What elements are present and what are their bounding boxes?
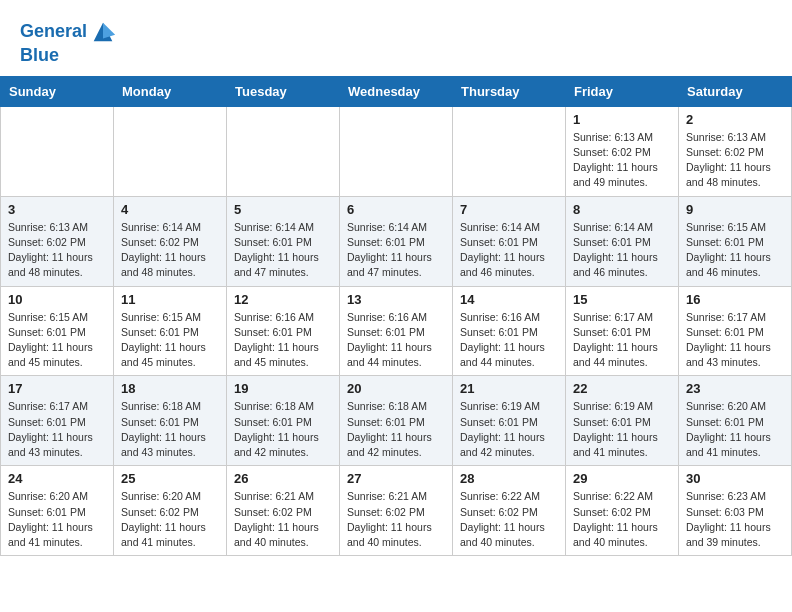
calendar-table: SundayMondayTuesdayWednesdayThursdayFrid… <box>0 76 792 556</box>
calendar-cell <box>114 106 227 196</box>
day-info: Sunrise: 6:14 AMSunset: 6:01 PMDaylight:… <box>460 220 558 281</box>
calendar-cell: 26Sunrise: 6:21 AMSunset: 6:02 PMDayligh… <box>227 466 340 556</box>
day-number: 22 <box>573 381 671 396</box>
calendar-cell: 18Sunrise: 6:18 AMSunset: 6:01 PMDayligh… <box>114 376 227 466</box>
calendar-week-2: 10Sunrise: 6:15 AMSunset: 6:01 PMDayligh… <box>1 286 792 376</box>
day-info: Sunrise: 6:16 AMSunset: 6:01 PMDaylight:… <box>234 310 332 371</box>
calendar-cell: 2Sunrise: 6:13 AMSunset: 6:02 PMDaylight… <box>679 106 792 196</box>
calendar-cell: 17Sunrise: 6:17 AMSunset: 6:01 PMDayligh… <box>1 376 114 466</box>
day-info: Sunrise: 6:13 AMSunset: 6:02 PMDaylight:… <box>8 220 106 281</box>
day-info: Sunrise: 6:13 AMSunset: 6:02 PMDaylight:… <box>686 130 784 191</box>
calendar-cell: 21Sunrise: 6:19 AMSunset: 6:01 PMDayligh… <box>453 376 566 466</box>
day-number: 14 <box>460 292 558 307</box>
day-number: 24 <box>8 471 106 486</box>
calendar-cell: 16Sunrise: 6:17 AMSunset: 6:01 PMDayligh… <box>679 286 792 376</box>
day-info: Sunrise: 6:20 AMSunset: 6:02 PMDaylight:… <box>121 489 219 550</box>
calendar-cell <box>227 106 340 196</box>
day-number: 7 <box>460 202 558 217</box>
calendar-cell <box>453 106 566 196</box>
day-info: Sunrise: 6:18 AMSunset: 6:01 PMDaylight:… <box>121 399 219 460</box>
logo-text: General <box>20 18 117 46</box>
day-number: 6 <box>347 202 445 217</box>
calendar-cell: 11Sunrise: 6:15 AMSunset: 6:01 PMDayligh… <box>114 286 227 376</box>
weekday-header-thursday: Thursday <box>453 76 566 106</box>
day-info: Sunrise: 6:23 AMSunset: 6:03 PMDaylight:… <box>686 489 784 550</box>
day-number: 19 <box>234 381 332 396</box>
calendar-week-1: 3Sunrise: 6:13 AMSunset: 6:02 PMDaylight… <box>1 196 792 286</box>
day-number: 9 <box>686 202 784 217</box>
day-info: Sunrise: 6:13 AMSunset: 6:02 PMDaylight:… <box>573 130 671 191</box>
day-number: 11 <box>121 292 219 307</box>
calendar-cell <box>340 106 453 196</box>
calendar-cell <box>1 106 114 196</box>
day-info: Sunrise: 6:18 AMSunset: 6:01 PMDaylight:… <box>347 399 445 460</box>
calendar-cell: 5Sunrise: 6:14 AMSunset: 6:01 PMDaylight… <box>227 196 340 286</box>
calendar-cell: 14Sunrise: 6:16 AMSunset: 6:01 PMDayligh… <box>453 286 566 376</box>
calendar-cell: 7Sunrise: 6:14 AMSunset: 6:01 PMDaylight… <box>453 196 566 286</box>
calendar-week-3: 17Sunrise: 6:17 AMSunset: 6:01 PMDayligh… <box>1 376 792 466</box>
calendar-cell: 1Sunrise: 6:13 AMSunset: 6:02 PMDaylight… <box>566 106 679 196</box>
calendar-cell: 20Sunrise: 6:18 AMSunset: 6:01 PMDayligh… <box>340 376 453 466</box>
day-number: 10 <box>8 292 106 307</box>
day-number: 25 <box>121 471 219 486</box>
day-info: Sunrise: 6:16 AMSunset: 6:01 PMDaylight:… <box>460 310 558 371</box>
day-info: Sunrise: 6:14 AMSunset: 6:02 PMDaylight:… <box>121 220 219 281</box>
calendar-cell: 12Sunrise: 6:16 AMSunset: 6:01 PMDayligh… <box>227 286 340 376</box>
page-header: General Blue <box>0 0 792 76</box>
calendar-cell: 15Sunrise: 6:17 AMSunset: 6:01 PMDayligh… <box>566 286 679 376</box>
day-info: Sunrise: 6:15 AMSunset: 6:01 PMDaylight:… <box>686 220 784 281</box>
calendar-cell: 3Sunrise: 6:13 AMSunset: 6:02 PMDaylight… <box>1 196 114 286</box>
weekday-header-saturday: Saturday <box>679 76 792 106</box>
calendar-cell: 25Sunrise: 6:20 AMSunset: 6:02 PMDayligh… <box>114 466 227 556</box>
calendar-cell: 4Sunrise: 6:14 AMSunset: 6:02 PMDaylight… <box>114 196 227 286</box>
calendar-cell: 30Sunrise: 6:23 AMSunset: 6:03 PMDayligh… <box>679 466 792 556</box>
weekday-header-sunday: Sunday <box>1 76 114 106</box>
day-info: Sunrise: 6:14 AMSunset: 6:01 PMDaylight:… <box>573 220 671 281</box>
calendar-cell: 13Sunrise: 6:16 AMSunset: 6:01 PMDayligh… <box>340 286 453 376</box>
day-info: Sunrise: 6:14 AMSunset: 6:01 PMDaylight:… <box>234 220 332 281</box>
day-number: 28 <box>460 471 558 486</box>
day-info: Sunrise: 6:17 AMSunset: 6:01 PMDaylight:… <box>8 399 106 460</box>
calendar-cell: 19Sunrise: 6:18 AMSunset: 6:01 PMDayligh… <box>227 376 340 466</box>
calendar-header-row: SundayMondayTuesdayWednesdayThursdayFrid… <box>1 76 792 106</box>
day-info: Sunrise: 6:17 AMSunset: 6:01 PMDaylight:… <box>686 310 784 371</box>
weekday-header-friday: Friday <box>566 76 679 106</box>
weekday-header-tuesday: Tuesday <box>227 76 340 106</box>
calendar-cell: 8Sunrise: 6:14 AMSunset: 6:01 PMDaylight… <box>566 196 679 286</box>
day-number: 27 <box>347 471 445 486</box>
day-info: Sunrise: 6:19 AMSunset: 6:01 PMDaylight:… <box>573 399 671 460</box>
day-number: 26 <box>234 471 332 486</box>
calendar-cell: 28Sunrise: 6:22 AMSunset: 6:02 PMDayligh… <box>453 466 566 556</box>
day-info: Sunrise: 6:21 AMSunset: 6:02 PMDaylight:… <box>234 489 332 550</box>
day-number: 5 <box>234 202 332 217</box>
day-info: Sunrise: 6:18 AMSunset: 6:01 PMDaylight:… <box>234 399 332 460</box>
day-number: 2 <box>686 112 784 127</box>
day-number: 23 <box>686 381 784 396</box>
day-number: 29 <box>573 471 671 486</box>
day-info: Sunrise: 6:21 AMSunset: 6:02 PMDaylight:… <box>347 489 445 550</box>
day-number: 18 <box>121 381 219 396</box>
calendar-cell: 9Sunrise: 6:15 AMSunset: 6:01 PMDaylight… <box>679 196 792 286</box>
calendar-cell: 24Sunrise: 6:20 AMSunset: 6:01 PMDayligh… <box>1 466 114 556</box>
day-number: 4 <box>121 202 219 217</box>
day-info: Sunrise: 6:14 AMSunset: 6:01 PMDaylight:… <box>347 220 445 281</box>
day-info: Sunrise: 6:22 AMSunset: 6:02 PMDaylight:… <box>460 489 558 550</box>
day-info: Sunrise: 6:16 AMSunset: 6:01 PMDaylight:… <box>347 310 445 371</box>
day-info: Sunrise: 6:22 AMSunset: 6:02 PMDaylight:… <box>573 489 671 550</box>
day-number: 21 <box>460 381 558 396</box>
day-number: 15 <box>573 292 671 307</box>
day-number: 1 <box>573 112 671 127</box>
calendar-cell: 23Sunrise: 6:20 AMSunset: 6:01 PMDayligh… <box>679 376 792 466</box>
day-number: 13 <box>347 292 445 307</box>
calendar-cell: 27Sunrise: 6:21 AMSunset: 6:02 PMDayligh… <box>340 466 453 556</box>
calendar-cell: 10Sunrise: 6:15 AMSunset: 6:01 PMDayligh… <box>1 286 114 376</box>
day-number: 8 <box>573 202 671 217</box>
day-number: 17 <box>8 381 106 396</box>
day-number: 30 <box>686 471 784 486</box>
day-info: Sunrise: 6:15 AMSunset: 6:01 PMDaylight:… <box>121 310 219 371</box>
day-info: Sunrise: 6:15 AMSunset: 6:01 PMDaylight:… <box>8 310 106 371</box>
day-number: 12 <box>234 292 332 307</box>
calendar-week-4: 24Sunrise: 6:20 AMSunset: 6:01 PMDayligh… <box>1 466 792 556</box>
weekday-header-monday: Monday <box>114 76 227 106</box>
day-info: Sunrise: 6:20 AMSunset: 6:01 PMDaylight:… <box>8 489 106 550</box>
